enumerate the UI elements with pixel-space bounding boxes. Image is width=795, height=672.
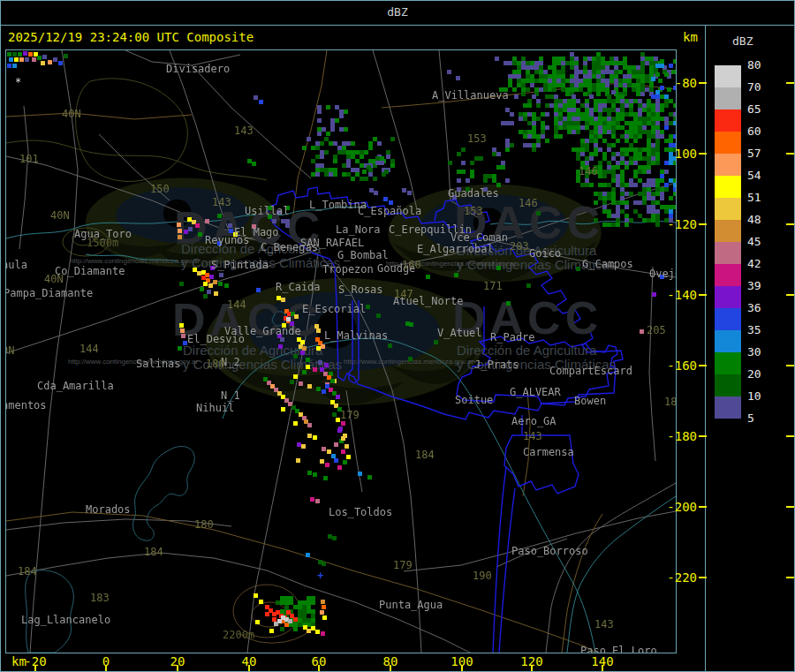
bottom-axis-tick [602,665,603,671]
map-label: 147 [394,288,413,300]
map-label: N_1 [221,389,240,402]
colorbar-title: dBZ [732,34,753,48]
right-axis-tick [786,506,794,508]
colorbar-label: 45 [747,236,761,248]
map-label: 184 [18,565,37,578]
map-label: G_ALVEAR [510,386,561,398]
radar-echo-layer [6,50,676,653]
map-label: Guadales [448,187,499,200]
map-label: * [15,76,21,88]
map-label: E_Escorial [302,303,366,315]
map-label: Goico [529,247,561,260]
colorbar-swatch [715,286,741,308]
map-label: V_Atuel [437,327,482,339]
colorbar-swatch [715,176,741,198]
map-label: Los_Toldos [329,506,392,518]
map-label: 180 [206,358,225,370]
timestamp: 2025/12/19 23:24:00 UTC Composite [8,30,254,44]
map-label: 146 [579,165,598,177]
bottom-axis-tick [531,665,533,671]
map-label: 101 [19,153,39,165]
map-label: La_Nora [336,223,381,236]
map-label: Tropezon [322,263,374,276]
right-axis-tick [699,365,707,366]
window-title: dBZ [387,5,407,19]
right-axis-tick [699,82,707,84]
bottom-axis-tick [461,665,463,671]
map-label: 205 [647,324,666,336]
right-axis-tick [786,153,794,155]
map-label: S_Pintada [211,259,269,271]
colorbar-label: 60 [747,125,761,138]
map-label: 143 [234,125,254,137]
map-label: J_Prats [474,359,519,371]
colorbar-label: 48 [747,214,761,226]
map-label: S_Rosas [338,283,383,296]
colorbar-label: 36 [747,302,761,314]
vertical-axis-unit: km [683,30,698,44]
colorbar-label: 39 [747,280,761,292]
map-label: + [317,570,323,582]
map-label: Salinas [136,358,181,370]
map-label: 160 [402,259,421,271]
right-axis-tick [786,82,794,84]
colorbar-label: 30 [747,346,761,359]
map-label: 143 [523,430,542,442]
map-label: 190 [473,570,492,582]
colorbar-swatch [715,264,741,286]
bottom-axis-tick [105,665,107,671]
colorbar-label: 35 [747,324,761,336]
colorbar-label: 5 [747,412,754,425]
right-axis-tick [699,435,707,437]
map-label: Pampa_Diamante [5,287,93,299]
map-label: amentos [5,399,47,412]
map-label: 2200m [223,629,254,641]
map-label: Divisadero [166,63,230,75]
colorbar-label: 80 [747,59,761,72]
map-label: 179 [340,409,360,421]
map-label: Cda_Amarilla [37,380,114,392]
map-label: C_Española [358,205,421,217]
radar-map-area: DACCDACCDACCDACCDirección de Agricultura… [5,49,677,653]
right-axis-tick [786,435,794,437]
map-label: 143 [594,618,614,630]
map-label: R_Padre [490,331,535,344]
colorbar-swatch [715,87,741,109]
right-axis-tick [786,223,794,225]
colorbar-label: 42 [747,258,761,270]
map-label: L_Malvinas [324,329,388,342]
right-axis-tick [786,365,794,366]
map-label: 40N [44,273,64,285]
colorbar-separator [705,26,706,672]
map-label: Co_Diamante [55,265,125,277]
map-label: A_Villanueva [432,89,509,102]
bottom-axis-tick [248,665,250,671]
map-label: 171 [483,280,503,292]
map-label: Soitue [455,394,493,406]
bottom-axis-tick [318,665,320,671]
colorbar-label: 65 [747,103,761,116]
colorbar-swatch [715,330,741,352]
colorbar-swatch [715,198,741,220]
map-label: E_Algarrobal [417,243,494,255]
map-label: 179 [393,559,413,571]
map-label: 150 [150,183,170,195]
right-axis-tick [699,577,707,578]
map-label: Usillal [245,205,290,217]
title-bar: dBZ [1,1,794,26]
radar-app-window: dBZ 2025/12/19 23:24:00 UTC Composite km [0,0,795,672]
map-label: 183 [90,592,110,604]
map-label: Aero_GA [511,415,556,427]
map-label: 184 [144,546,163,558]
colorbar-swatch [715,308,741,330]
map-label: 143 [212,196,231,208]
colorbar-swatch [715,396,741,419]
map-label: Bowen [574,395,606,407]
map-label: 203 [510,240,529,253]
colorbar-label: 10 [747,390,761,403]
map-label: 184 [415,449,435,461]
map-label: El_Desvio [187,333,245,345]
map-label: 0N [5,344,14,357]
bottom-axis-tick [390,665,391,671]
map-label: Vce_Coman [450,231,508,244]
